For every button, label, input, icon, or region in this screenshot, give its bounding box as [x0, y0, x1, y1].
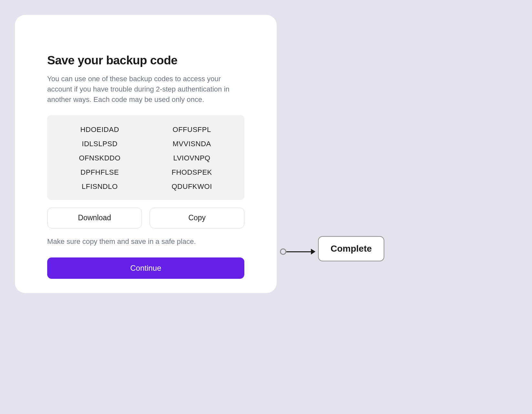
codes-column-left: HDOEIDAD IDLSLPSD OFNSKDDO DPFHFLSE LFIS… — [54, 124, 146, 191]
backup-code: HDOEIDAD — [80, 125, 119, 134]
download-button[interactable]: Download — [47, 208, 142, 228]
page-title: Save your backup code — [47, 54, 244, 67]
codes-column-right: OFFUSFPL MVVISNDA LVIOVNPQ FHODSPEK QDUF… — [146, 124, 238, 191]
backup-code: OFNSKDDO — [79, 154, 121, 162]
annotation-arrow — [280, 248, 315, 255]
backup-code: LVIOVNPQ — [173, 154, 210, 162]
description-text: You can use one of these backup codes to… — [47, 74, 244, 105]
backup-code: IDLSLPSD — [82, 140, 117, 148]
complete-annotation-badge: Complete — [318, 236, 384, 261]
backup-code-card: Save your backup code You can use one of… — [15, 15, 277, 293]
backup-codes-box: HDOEIDAD IDLSLPSD OFNSKDDO DPFHFLSE LFIS… — [47, 115, 244, 200]
action-button-row: Download Copy — [47, 208, 244, 228]
arrow-start-icon — [280, 248, 286, 255]
copy-button[interactable]: Copy — [150, 208, 244, 228]
continue-button[interactable]: Continue — [47, 257, 244, 279]
backup-code: DPFHFLSE — [80, 168, 119, 177]
hint-text: Make sure copy them and save in a safe p… — [47, 237, 244, 246]
backup-code: MVVISNDA — [173, 140, 211, 148]
backup-code: LFISNDLO — [82, 182, 118, 191]
arrow-line-icon — [286, 251, 311, 252]
backup-code: OFFUSFPL — [173, 125, 211, 134]
backup-code: QDUFKWOI — [172, 182, 212, 191]
backup-code: FHODSPEK — [172, 168, 212, 177]
arrow-head-icon — [311, 249, 315, 255]
